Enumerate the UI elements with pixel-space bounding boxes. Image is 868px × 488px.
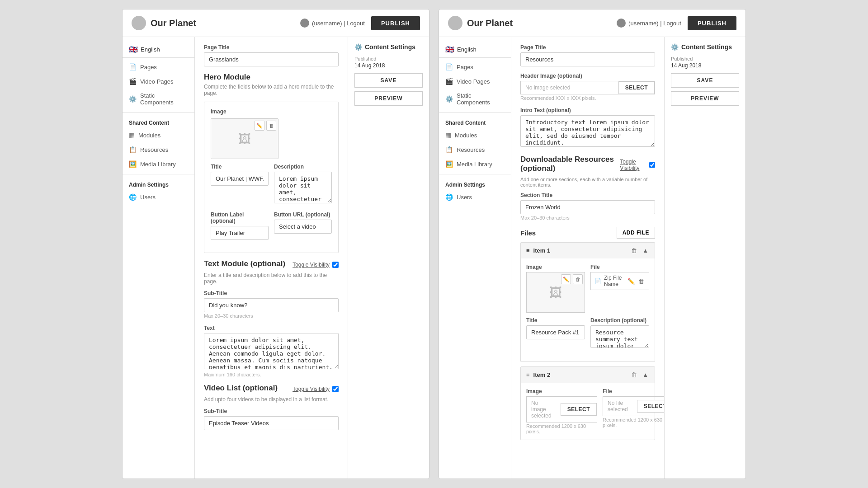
- downloadable-resources-title-right: Downloadable Resources (optional): [520, 155, 620, 173]
- page-title-input-right[interactable]: [520, 52, 655, 66]
- hero-desc-label-left: Description: [274, 164, 332, 170]
- sidebar-item-medialibrary-left[interactable]: 🖼️ Media Library: [123, 157, 194, 171]
- page-title-input-left[interactable]: [204, 52, 339, 66]
- item1-delete-btn[interactable]: 🗑: [630, 246, 638, 255]
- sidebar-left: 🇬🇧 English 📄 Pages 🎬 Video Pages ⚙️ Stat…: [123, 37, 195, 479]
- header-image-hint-right: Recommended XXX x XXX pixels.: [520, 95, 655, 101]
- save-btn-right[interactable]: SAVE: [671, 73, 739, 88]
- hero-btn-url-select-left[interactable]: Select a video: [274, 220, 332, 234]
- add-file-btn-right[interactable]: ADD FILE: [617, 227, 655, 239]
- text-subtitle-input-left[interactable]: [204, 298, 339, 312]
- sidebar-item-staticcomp-right[interactable]: ⚙️ Static Components: [439, 89, 511, 109]
- sidebar-item-users-right[interactable]: 🌐 Users: [439, 190, 511, 204]
- page-title-group-right: Page Title: [520, 44, 655, 66]
- modules-icon-right: ▦: [445, 131, 451, 139]
- text-text-textarea-left[interactable]: Lorem ipsum dolor sit amet, consectetuer…: [204, 333, 339, 369]
- hero-image-label-left: Image: [211, 108, 332, 115]
- logo-text-left: Our Planet: [151, 18, 196, 28]
- sidebar-item-medialibrary-right[interactable]: 🖼️ Media Library: [439, 157, 511, 171]
- hero-btn-label-group-left: Button Label (optional): [211, 211, 269, 240]
- sidebar-lang-left[interactable]: 🇬🇧 English: [123, 42, 194, 58]
- item1-collapse-btn[interactable]: ▲: [642, 246, 649, 255]
- header-image-select-btn-right[interactable]: SELECT: [618, 81, 655, 94]
- hero-desc-group-left: Description Lorem ipsum dolor sit amet, …: [274, 164, 332, 205]
- sidebar-item-pages-right[interactable]: 📄 Pages: [439, 60, 511, 74]
- sidebar-item-modules-left[interactable]: ▦ Modules: [123, 128, 194, 142]
- item2-delete-btn[interactable]: 🗑: [630, 371, 638, 379]
- save-btn-left[interactable]: SAVE: [354, 73, 423, 88]
- sidebar-item-videopages-right[interactable]: 🎬 Video Pages: [439, 74, 511, 89]
- hero-module-desc-left: Complete the fields below to add a hero …: [204, 84, 339, 96]
- item1-image-delete-btn[interactable]: 🗑: [573, 274, 583, 284]
- files-title-right: Files: [520, 229, 536, 237]
- downloadable-resources-checkbox-right[interactable]: [649, 162, 655, 168]
- publish-btn-left[interactable]: PUBLISH: [371, 16, 420, 30]
- item2-file-placeholder: No file selected: [603, 397, 632, 416]
- logo-right: Our Planet: [448, 16, 513, 30]
- file-item-2-body: Image No image selected SELECT Recommend…: [521, 383, 655, 440]
- sidebar-lang-right[interactable]: 🇬🇧 English: [439, 42, 511, 58]
- file-item-2-header-right: 🗑 ▲: [630, 371, 649, 379]
- logo-left: Our Planet: [132, 16, 196, 30]
- users-icon-right: 🌐: [445, 193, 453, 201]
- hero-desc-textarea-left[interactable]: Lorem ipsum dolor sit amet, consectetuer…: [274, 172, 332, 203]
- cs-title-right: ⚙️ Content Settings: [671, 43, 739, 51]
- video-list-subtitle-input-left[interactable]: [204, 416, 339, 430]
- sidebar-item-pages-left[interactable]: 📄 Pages: [123, 60, 194, 74]
- hero-btn-url-group-left: Button URL (optional) Select a video: [274, 211, 332, 240]
- sidebar-item-videopages-left[interactable]: 🎬 Video Pages: [123, 74, 194, 89]
- videopages-label-right: Video Pages: [457, 78, 490, 85]
- logo-circle-left: [132, 16, 146, 30]
- sidebar-item-users-left[interactable]: 🌐 Users: [123, 190, 194, 204]
- image-edit-btn-left[interactable]: ✏️: [255, 121, 264, 131]
- section-title-input-right[interactable]: [520, 200, 655, 214]
- hero-image-upload-left[interactable]: 🖼 ✏️ 🗑: [211, 118, 278, 159]
- item2-file-select-btn[interactable]: SELECT: [637, 400, 664, 413]
- video-list-checkbox-left[interactable]: [332, 386, 339, 392]
- publish-btn-right[interactable]: PUBLISH: [688, 16, 736, 30]
- text-module-toggle-link-left[interactable]: Toggle Visibility: [292, 262, 330, 268]
- item2-image-select-btn[interactable]: SELECT: [561, 403, 597, 416]
- hero-title-input-left[interactable]: [211, 172, 269, 186]
- page-title-label-left: Page Title: [204, 44, 339, 51]
- sidebar-item-resources-left[interactable]: 📋 Resources: [123, 142, 194, 157]
- item1-desc-textarea[interactable]: Resource summary text ipsum dolor sit am…: [590, 325, 649, 348]
- users-label-right: Users: [457, 194, 472, 201]
- videopages-label-left: Video Pages: [140, 78, 174, 85]
- cs-published-date-left: 14 Aug 2018: [354, 62, 423, 69]
- file-item-1-header-right: 🗑 ▲: [630, 246, 649, 255]
- medialibrary-icon-right: 🖼️: [445, 160, 453, 168]
- item1-label: Item 1: [533, 247, 551, 254]
- intro-text-textarea-right[interactable]: Introductory text lorem ipsum dolor sit …: [520, 115, 655, 147]
- page-title-group-left: Page Title: [204, 44, 339, 66]
- image-actions-left: ✏️ 🗑: [255, 121, 276, 131]
- item1-image-edit-btn[interactable]: ✏️: [561, 274, 571, 284]
- file-item-1: ≡ Item 1 🗑 ▲ Image: [520, 242, 655, 362]
- item1-file-edit-btn[interactable]: ✏️: [627, 277, 636, 286]
- sidebar-item-modules-right[interactable]: ▦ Modules: [439, 128, 511, 142]
- users-label-left: Users: [140, 194, 156, 201]
- preview-btn-left[interactable]: PREVIEW: [354, 91, 423, 106]
- file-item-1-two-col: Image 🖼 ✏️ 🗑: [526, 264, 649, 313]
- item2-collapse-btn[interactable]: ▲: [642, 371, 649, 379]
- image-delete-btn-left[interactable]: 🗑: [266, 121, 276, 131]
- gear-icon-left: ⚙️: [354, 43, 362, 51]
- sidebar-item-staticcomp-left[interactable]: ⚙️ Static Components: [123, 89, 194, 109]
- cs-title-text-right: Content Settings: [681, 43, 732, 51]
- text-module-title-left: Text Module (optional): [204, 259, 285, 268]
- item1-image-box[interactable]: 🖼 ✏️ 🗑: [526, 272, 585, 313]
- text-module-checkbox-left[interactable]: [332, 262, 339, 268]
- item1-title-input[interactable]: [526, 325, 585, 339]
- cs-published-label-left: Published: [354, 56, 423, 61]
- item1-file-actions: ✏️ 🗑: [627, 277, 645, 286]
- user-info-right: (username) | Logout: [617, 19, 681, 28]
- hero-btn-label-input-left[interactable]: [211, 226, 269, 240]
- modules-icon-left: ▦: [129, 131, 135, 139]
- video-list-toggle-link-left[interactable]: Toggle Visibility: [292, 386, 330, 392]
- item1-file-delete-btn[interactable]: 🗑: [637, 277, 645, 286]
- sidebar-item-resources-right[interactable]: 📋 Resources: [439, 142, 511, 157]
- gear-icon-right: ⚙️: [671, 43, 679, 51]
- preview-btn-right[interactable]: PREVIEW: [671, 91, 739, 106]
- header-image-row-right: No image selected SELECT: [520, 81, 655, 94]
- downloadable-resources-toggle-link-right[interactable]: Toggle Visibility: [620, 159, 646, 171]
